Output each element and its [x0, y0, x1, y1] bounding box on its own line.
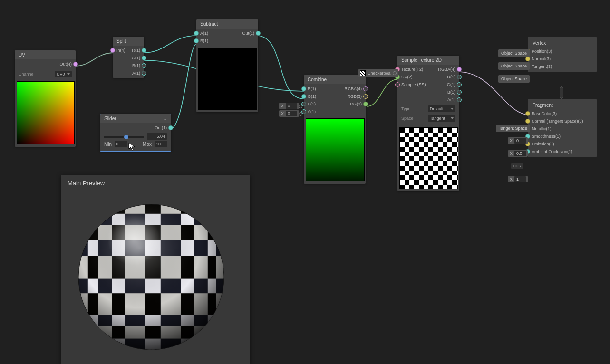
combine-g-port[interactable]: [301, 94, 306, 99]
vertex-tangent-label: Tangent(3): [532, 64, 552, 69]
uv-out-port[interactable]: [73, 62, 78, 67]
split-a-port[interactable]: [142, 71, 146, 76]
split-g-port[interactable]: [142, 56, 146, 60]
node-combine[interactable]: Combine R(1) RGBA(4) G(1) RGB(3) B(1) RG…: [304, 75, 366, 184]
sample-b-port[interactable]: [457, 90, 462, 95]
split-a-label: A(1): [132, 71, 140, 76]
uv-channel-dropdown[interactable]: UV0: [55, 71, 72, 77]
combine-rgb-port[interactable]: [363, 94, 368, 99]
sample-type-dropdown[interactable]: Default: [428, 105, 455, 112]
node-sample-texture-2d[interactable]: Sample Texture 2D Texture(T2) RGBA(4) UV…: [397, 56, 459, 191]
combine-rgb-label: RGB(3): [347, 94, 362, 99]
combine-a-label: A(1): [308, 109, 316, 114]
combine-a-default[interactable]: X0: [279, 110, 299, 117]
split-r-label: R(1): [132, 48, 141, 53]
slider-thumb[interactable]: [124, 135, 128, 139]
combine-b-picker[interactable]: [299, 105, 302, 108]
sample-g-port[interactable]: [457, 82, 462, 87]
combine-preview: [306, 118, 365, 181]
svg-point-17: [78, 204, 224, 350]
vertex-tangent-chip[interactable]: Object Space: [498, 75, 530, 83]
slider-out-port[interactable]: [168, 125, 173, 130]
slider-min-input[interactable]: [115, 141, 127, 147]
node-uv-title: UV: [15, 50, 76, 59]
subtract-out-port[interactable]: [256, 31, 261, 36]
vertex-normal-chip[interactable]: Object Space: [498, 62, 530, 70]
split-b-port[interactable]: [142, 63, 146, 68]
frag-normal-label: Normal (Tangent Space)(3): [532, 119, 583, 124]
node-collapse-icon[interactable]: ⌄: [163, 116, 167, 121]
uv-channel-label: Channel: [19, 72, 35, 77]
combine-rg-port[interactable]: [363, 102, 368, 106]
slider-track[interactable]: [104, 136, 144, 138]
slider-min-label: Min: [104, 142, 112, 147]
frag-normal-chip[interactable]: Tangent Space: [496, 125, 530, 132]
node-subtract[interactable]: Subtract A(1) Out(1) B(1): [196, 19, 258, 112]
frag-metallic-label: Metallic(1): [532, 126, 552, 131]
fragment-title: Fragment: [528, 101, 597, 110]
frag-metallic-default[interactable]: X0: [508, 137, 528, 144]
node-split-title: Split: [113, 37, 144, 46]
slider-out-label: Out(1): [155, 125, 167, 130]
frag-base-label: BaseColor(3): [532, 111, 557, 116]
sample-texture-chip[interactable]: Checkerboa: [358, 69, 398, 77]
node-uv[interactable]: UV Out(4) Channel UV0: [15, 50, 76, 147]
slider-value-input[interactable]: [147, 133, 167, 140]
frag-emission-hdr[interactable]: HDR: [511, 163, 523, 169]
sample-sampler-port[interactable]: [395, 82, 400, 87]
sample-g-label: G(1): [447, 82, 455, 87]
sample-rgba-port[interactable]: [457, 67, 462, 72]
combine-rgba-port[interactable]: [363, 86, 368, 91]
slider-max-input[interactable]: [155, 141, 167, 147]
combine-rg-label: RG(2): [350, 102, 362, 106]
node-subtract-title: Subtract: [196, 19, 258, 29]
sample-a-port[interactable]: [457, 97, 462, 102]
combine-a-picker[interactable]: [299, 112, 302, 116]
node-slider-title: Slider: [104, 116, 116, 121]
frag-emission-label: Emission(3): [532, 142, 554, 146]
sample-b-label: B(1): [447, 90, 455, 95]
subtract-out-label: Out(1): [242, 31, 254, 36]
vertex-title: Vertex: [528, 38, 597, 48]
sample-r-port[interactable]: [457, 75, 462, 79]
subtract-b-port[interactable]: [194, 38, 199, 43]
subtract-preview: [198, 48, 257, 110]
slider-max-label: Max: [143, 142, 152, 147]
frag-normal-port[interactable]: [525, 119, 530, 124]
node-split[interactable]: Split In(4) R(1) G(1) B(1) A(1): [113, 37, 144, 78]
frag-ao-label: Ambient Occlusion(1): [532, 149, 572, 154]
vertex-normal-label: Normal(3): [532, 57, 551, 61]
split-in-label: In(4): [116, 48, 126, 53]
sample-uv-label: UV(2): [401, 75, 413, 79]
sample-type-label: Type: [401, 106, 411, 111]
frag-ao-default[interactable]: X1: [508, 176, 528, 182]
combine-r-label: R(1): [308, 86, 316, 91]
main-preview-panel[interactable]: Main Preview: [61, 175, 250, 364]
split-in-port[interactable]: [110, 48, 115, 53]
subtract-a-port[interactable]: [194, 31, 199, 36]
main-preview-sphere: [61, 192, 242, 363]
sample-a-label: A(1): [447, 97, 455, 102]
frag-smooth-default[interactable]: X0.5: [508, 150, 528, 157]
sample-space-label: Space: [401, 116, 414, 121]
vertex-pos-label: Position(3): [532, 49, 552, 54]
combine-rgba-label: RGBA(4): [344, 86, 362, 91]
combine-r-port[interactable]: [301, 86, 306, 91]
node-combine-title: Combine: [304, 75, 366, 84]
vertex-normal-port[interactable]: [525, 57, 530, 61]
frag-smooth-label: Smoothness(1): [532, 134, 561, 139]
sample-rgba-label: RGBA(4): [438, 67, 455, 72]
frag-base-port[interactable]: [525, 111, 530, 116]
subtract-b-label: B(1): [200, 38, 208, 43]
sample-space-dropdown[interactable]: Tangent: [428, 115, 455, 122]
vertex-pos-chip[interactable]: Object Space: [498, 49, 530, 57]
sample-r-label: R(1): [447, 75, 456, 79]
sample-tex-label: Texture(T2): [401, 67, 423, 72]
node-fragment[interactable]: Fragment BaseColor(3) Normal (Tangent Sp…: [528, 99, 597, 157]
svg-rect-2: [306, 119, 364, 181]
link-handle[interactable]: [560, 87, 563, 98]
node-slider[interactable]: Slider ⌄ Out(1) Min Max: [100, 114, 171, 152]
node-vertex[interactable]: Vertex Position(3) Normal(3) Tangent(3): [528, 37, 597, 72]
split-r-port[interactable]: [142, 48, 146, 53]
combine-b-default[interactable]: X0: [279, 103, 299, 109]
